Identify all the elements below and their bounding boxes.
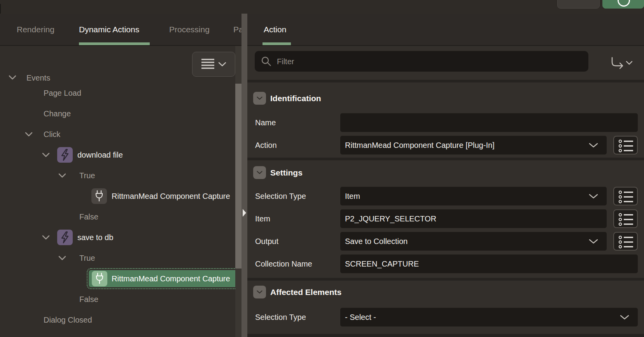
collapse-affected-elements-button[interactable] xyxy=(253,286,266,298)
tree-item-change[interactable]: Change xyxy=(0,104,242,124)
collapse-identification-button[interactable] xyxy=(253,92,266,105)
search-icon xyxy=(261,56,271,67)
panel-splitter[interactable] xyxy=(242,14,247,337)
item-input-wrap xyxy=(340,209,607,228)
tree-item-plugin-action-selected[interactable]: RittmanMead Component Capture xyxy=(0,269,242,289)
selection-type-select[interactable]: Item xyxy=(340,187,607,205)
left-tab-bar: Rendering Dynamic Actions Processing Pa xyxy=(0,14,242,46)
output-lov-button[interactable] xyxy=(613,232,638,251)
name-input-wrap xyxy=(340,113,638,132)
field-row-selection-type: Selection Type Item xyxy=(247,187,644,205)
chevron-down-icon xyxy=(257,171,262,174)
list-icon xyxy=(618,235,634,249)
tree-menu-button[interactable] xyxy=(192,52,235,77)
toolbar-primary-button[interactable] xyxy=(602,0,644,9)
field-row-collection-name: Collection Name xyxy=(247,255,644,273)
list-icon xyxy=(618,190,634,204)
list-icon xyxy=(618,139,634,153)
dynamic-actions-tree-panel: Rendering Dynamic Actions Processing Pa … xyxy=(0,14,242,337)
lightning-icon xyxy=(57,230,73,245)
active-tab-underline xyxy=(262,42,291,45)
tree-item-download-file[interactable]: download file xyxy=(0,145,242,165)
chevron-down-icon[interactable] xyxy=(9,75,16,80)
chevron-down-icon[interactable] xyxy=(58,173,66,178)
collapse-settings-button[interactable] xyxy=(253,166,266,179)
tree-item-page-load[interactable]: Page Load xyxy=(0,83,242,103)
field-label: Name xyxy=(255,113,276,132)
field-label: Selection Type xyxy=(255,308,306,326)
section-divider xyxy=(247,158,644,160)
field-label: Selection Type xyxy=(255,187,306,205)
chevron-down-icon xyxy=(257,97,262,100)
chevron-down-icon xyxy=(218,62,226,67)
toolbar-secondary-button[interactable] xyxy=(557,0,600,9)
plug-icon xyxy=(92,271,107,286)
tab-processing[interactable]: Processing xyxy=(169,14,210,45)
section-title-affected-elements: Affected Elements xyxy=(270,286,341,298)
chevron-down-icon xyxy=(620,315,629,320)
chevron-down-icon xyxy=(257,290,262,294)
collection-name-input-wrap xyxy=(340,255,638,273)
action-select[interactable]: RittmanMead Component Capture [Plug-In] xyxy=(340,136,607,154)
collection-name-input[interactable] xyxy=(345,255,633,273)
field-label: Collection Name xyxy=(255,255,312,273)
tree-item-dialog-closed[interactable]: Dialog Closed xyxy=(0,310,242,330)
field-row-name: Name xyxy=(247,113,644,132)
tree-item-false-branch[interactable]: False xyxy=(0,289,242,309)
tree-item-true-branch[interactable]: True xyxy=(0,165,242,186)
active-tab-underline xyxy=(79,42,150,45)
item-lov-button[interactable] xyxy=(613,209,638,228)
chevron-down-icon xyxy=(589,239,598,244)
chevron-down-icon[interactable] xyxy=(25,132,33,137)
tab-action[interactable]: Action xyxy=(264,14,286,45)
tree-scrollbar-thumb[interactable] xyxy=(235,84,242,269)
top-toolbar xyxy=(0,0,644,14)
ae-selection-type-select[interactable]: - Select - xyxy=(340,308,638,326)
field-row-action: Action RittmanMead Component Capture [Pl… xyxy=(247,136,644,154)
apex-page-designer: { "colors": { "accent_green": "#7EA37F",… xyxy=(0,0,644,337)
chevron-down-icon[interactable] xyxy=(42,153,50,158)
circle-glyph-icon xyxy=(618,0,630,7)
lightning-icon xyxy=(57,147,73,163)
section-divider xyxy=(247,80,644,82)
list-menu-icon xyxy=(201,58,215,70)
chevron-down-icon[interactable] xyxy=(42,235,50,240)
action-lov-button[interactable] xyxy=(613,136,638,154)
field-row-output: Output Save to Collection xyxy=(247,232,644,251)
item-input[interactable] xyxy=(345,209,602,228)
section-divider xyxy=(247,334,644,337)
field-row-ae-selection-type: Selection Type - Select - xyxy=(247,308,644,326)
field-label: Item xyxy=(255,209,270,228)
selection-type-lov-button[interactable] xyxy=(613,187,638,205)
field-row-item: Item xyxy=(247,209,644,228)
chevron-down-icon xyxy=(589,143,598,148)
filter-input[interactable] xyxy=(276,51,581,72)
tab-page-clipped[interactable]: Pa xyxy=(233,14,242,45)
tab-dynamic-actions[interactable]: Dynamic Actions xyxy=(79,14,139,45)
right-tab-bar: Action xyxy=(247,14,644,46)
tab-rendering[interactable]: Rendering xyxy=(17,14,54,45)
field-label: Action xyxy=(255,136,277,154)
property-filter xyxy=(255,51,588,72)
tree-item-true-branch[interactable]: True xyxy=(0,248,242,268)
selected-node-highlight: RittmanMead Component Capture xyxy=(89,270,241,287)
list-icon xyxy=(618,213,634,226)
name-input[interactable] xyxy=(345,113,633,132)
section-title-identification: Identification xyxy=(270,92,321,105)
tree-item-save-to-db[interactable]: save to db xyxy=(0,227,242,247)
section-title-settings: Settings xyxy=(270,166,303,179)
tree-item-plugin-action[interactable]: RittmanMead Component Capture xyxy=(0,186,242,206)
chevron-down-icon[interactable] xyxy=(58,256,66,261)
plug-icon xyxy=(91,188,107,204)
tree-root-events[interactable]: Events xyxy=(26,72,50,83)
property-editor-panel: Action Identification Name Action Rittma… xyxy=(247,14,644,337)
tree-item-false-branch[interactable]: False xyxy=(0,207,242,227)
field-label: Output xyxy=(255,232,278,251)
output-select[interactable]: Save to Collection xyxy=(340,232,607,251)
chevron-down-icon xyxy=(589,194,598,199)
goto-group-arrow-icon[interactable] xyxy=(610,56,633,70)
section-divider xyxy=(247,278,644,281)
tree-item-click[interactable]: Click xyxy=(0,124,242,144)
splitter-collapse-handle-icon[interactable] xyxy=(243,209,246,217)
